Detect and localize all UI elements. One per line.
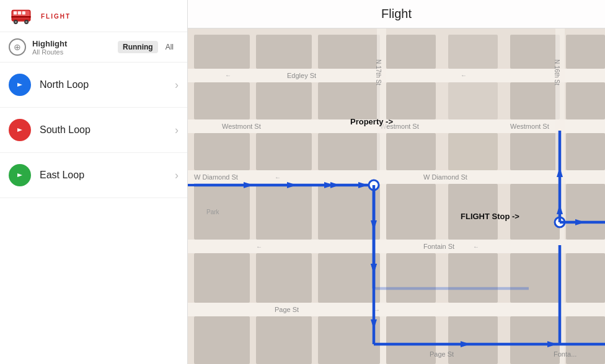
svg-rect-71 bbox=[510, 253, 560, 303]
highlight-text: Highlight All Routes bbox=[32, 39, 112, 56]
svg-rect-4 bbox=[22, 11, 25, 14]
svg-rect-69 bbox=[386, 253, 436, 303]
north-loop-icon bbox=[9, 74, 31, 96]
svg-rect-22 bbox=[510, 35, 560, 69]
route-list: North Loop › South Loop › East Loop › bbox=[0, 63, 187, 364]
svg-rect-81 bbox=[510, 316, 560, 364]
svg-text:Westmont St: Westmont St bbox=[510, 123, 549, 130]
svg-rect-50 bbox=[188, 170, 605, 184]
svg-text:Page St: Page St bbox=[430, 350, 454, 358]
svg-rect-43 bbox=[448, 133, 498, 170]
svg-rect-45 bbox=[566, 133, 605, 170]
svg-text:Property ->: Property -> bbox=[350, 117, 393, 126]
north-loop-chevron-icon: › bbox=[175, 79, 179, 92]
svg-rect-17 bbox=[194, 35, 250, 69]
highlight-icon: ⊕ bbox=[9, 38, 26, 56]
north-loop-arrow-icon bbox=[14, 79, 26, 91]
svg-point-8 bbox=[25, 20, 27, 22]
svg-rect-76 bbox=[194, 316, 250, 364]
svg-rect-9 bbox=[11, 16, 30, 18]
route-item-north-loop[interactable]: North Loop › bbox=[0, 63, 187, 108]
svg-rect-67 bbox=[256, 253, 312, 303]
svg-rect-41 bbox=[318, 133, 380, 170]
svg-rect-68 bbox=[318, 253, 380, 303]
svg-rect-66 bbox=[194, 253, 250, 303]
route-item-east-loop[interactable]: East Loop › bbox=[0, 153, 187, 198]
app-title-text: FLIGHT bbox=[41, 12, 71, 20]
route-item-south-loop[interactable]: South Loop › bbox=[0, 108, 187, 153]
svg-text:N 17th St: N 17th St bbox=[375, 59, 382, 85]
svg-rect-80 bbox=[448, 316, 498, 364]
svg-rect-34 bbox=[566, 82, 605, 119]
svg-rect-44 bbox=[510, 133, 560, 170]
svg-text:←: ← bbox=[461, 72, 467, 79]
app-logo bbox=[7, 2, 35, 30]
svg-rect-28 bbox=[194, 82, 250, 119]
svg-rect-2 bbox=[14, 11, 17, 14]
svg-rect-3 bbox=[18, 11, 21, 14]
svg-rect-39 bbox=[194, 133, 250, 170]
svg-rect-70 bbox=[448, 253, 498, 303]
svg-rect-78 bbox=[318, 316, 380, 364]
svg-rect-57 bbox=[318, 184, 380, 240]
svg-rect-21 bbox=[448, 35, 498, 69]
svg-rect-40 bbox=[256, 133, 312, 170]
svg-point-6 bbox=[15, 20, 17, 22]
svg-rect-23 bbox=[566, 35, 605, 69]
east-loop-label: East Loop bbox=[40, 170, 166, 181]
east-loop-chevron-icon: › bbox=[175, 169, 179, 182]
svg-rect-72 bbox=[566, 253, 605, 303]
svg-text:FLIGHT Stop ->: FLIGHT Stop -> bbox=[461, 212, 519, 221]
svg-text:←: ← bbox=[275, 174, 281, 181]
svg-rect-19 bbox=[318, 35, 380, 69]
highlight-bar: ⊕ Highlight All Routes Running All bbox=[0, 32, 187, 63]
svg-rect-30 bbox=[318, 82, 380, 119]
svg-rect-73 bbox=[188, 303, 605, 316]
svg-rect-24 bbox=[188, 69, 605, 82]
svg-text:Page St: Page St bbox=[275, 306, 299, 313]
svg-text:Park: Park bbox=[206, 209, 220, 215]
svg-rect-42 bbox=[386, 133, 436, 170]
south-loop-chevron-icon: › bbox=[175, 124, 179, 137]
map-title-text: Flight bbox=[381, 7, 412, 21]
svg-text:←: ← bbox=[256, 243, 262, 250]
svg-rect-54 bbox=[194, 184, 250, 240]
svg-rect-18 bbox=[256, 35, 312, 69]
svg-text:Fonta...: Fonta... bbox=[554, 350, 576, 358]
north-loop-label: North Loop bbox=[40, 79, 166, 90]
app-header: FLIGHT bbox=[0, 0, 187, 32]
route-filter-toggle: Running All bbox=[118, 41, 179, 53]
svg-rect-61 bbox=[566, 184, 605, 240]
svg-text:W Diamond St: W Diamond St bbox=[423, 173, 467, 181]
svg-rect-29 bbox=[256, 82, 312, 119]
svg-text:N 16th St: N 16th St bbox=[554, 59, 560, 85]
east-loop-arrow-icon bbox=[14, 169, 26, 181]
svg-text:Edgley St: Edgley St bbox=[287, 72, 316, 79]
south-loop-icon bbox=[9, 119, 31, 141]
svg-rect-33 bbox=[510, 82, 560, 119]
svg-rect-58 bbox=[386, 184, 436, 240]
svg-rect-20 bbox=[386, 35, 436, 69]
east-loop-icon bbox=[9, 164, 31, 186]
bus-logo-icon bbox=[9, 4, 33, 28]
south-loop-label: South Loop bbox=[40, 124, 166, 136]
svg-rect-32 bbox=[448, 82, 498, 119]
toggle-all-button[interactable]: All bbox=[161, 41, 179, 53]
svg-text:←: ← bbox=[473, 243, 479, 250]
svg-text:W Diamond St: W Diamond St bbox=[194, 173, 238, 181]
toggle-running-button[interactable]: Running bbox=[118, 41, 158, 53]
map-title-bar: Flight bbox=[188, 0, 605, 28]
svg-rect-31 bbox=[386, 82, 436, 119]
svg-text:Westmont St: Westmont St bbox=[222, 123, 261, 130]
svg-rect-62 bbox=[188, 240, 605, 253]
map-svg: Edgley St ← ← Westmont St Westmont St We… bbox=[188, 28, 605, 364]
svg-rect-56 bbox=[256, 184, 312, 240]
svg-text:←: ← bbox=[225, 72, 231, 79]
svg-text:Fontain St: Fontain St bbox=[423, 243, 454, 250]
map-area[interactable]: Flight Edgley St ← ← Westmont St Westmon… bbox=[188, 0, 605, 364]
south-loop-arrow-icon bbox=[14, 124, 26, 136]
svg-rect-79 bbox=[386, 316, 436, 364]
svg-rect-77 bbox=[256, 316, 312, 364]
sidebar: FLIGHT ⊕ Highlight All Routes Running Al… bbox=[0, 0, 188, 364]
